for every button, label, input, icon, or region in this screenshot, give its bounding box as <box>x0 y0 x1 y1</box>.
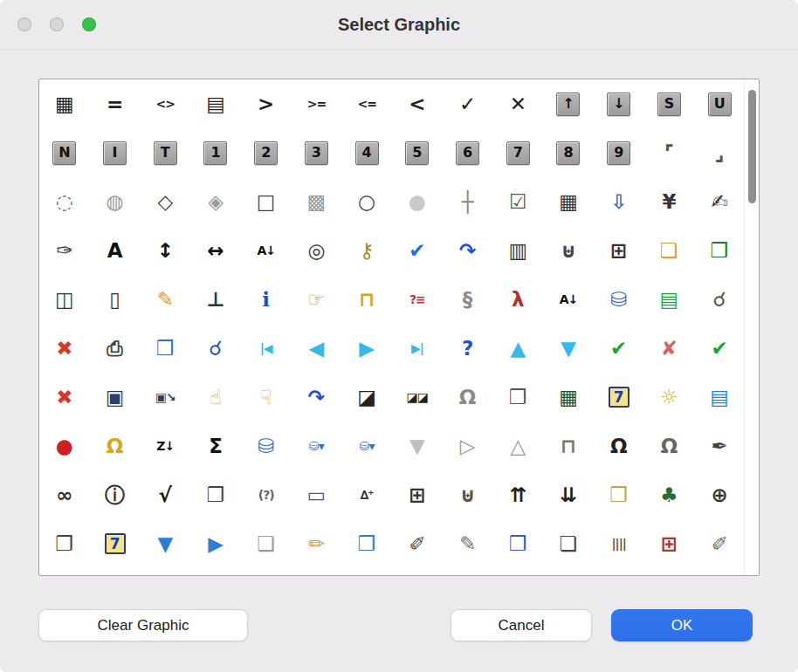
question-icon[interactable]: ? <box>443 324 493 373</box>
hand-icon[interactable]: ☞ <box>292 275 342 324</box>
circle-outline-icon[interactable]: ○ <box>341 177 392 226</box>
download-icon[interactable]: ⇩ <box>594 177 644 226</box>
partial-icon-7[interactable]: ▭ <box>341 568 392 575</box>
square-outline-icon[interactable]: □ <box>241 177 292 226</box>
red-ball-icon[interactable]: ● <box>39 422 90 470</box>
redo-arrow-icon[interactable]: ↷ <box>443 226 493 275</box>
blue-list-icon[interactable]: ▤ <box>694 373 745 422</box>
number-6-icon[interactable]: 6 <box>443 128 493 177</box>
folder-icon[interactable]: ❒ <box>594 470 644 519</box>
diamond-outline-icon[interactable]: ◇ <box>140 177 190 226</box>
calendar7-yellow-icon[interactable]: 7 <box>90 519 141 568</box>
pen-scroll-icon[interactable]: ✎ <box>443 519 493 568</box>
partial-icon-5[interactable]: ▬ <box>241 568 292 575</box>
dotted-circle-icon[interactable]: ◍ <box>90 177 141 226</box>
scrollbar-track[interactable] <box>744 79 759 575</box>
corner-bottomright-icon[interactable]: ⌟ <box>694 128 745 177</box>
partial-icon-3[interactable]: ◀ <box>140 568 190 575</box>
style-u-icon[interactable]: U <box>694 79 745 128</box>
blue-check-icon[interactable]: ✔ <box>392 226 443 275</box>
new-window-icon[interactable]: ❒ <box>341 519 392 568</box>
multiply-icon[interactable]: ✕ <box>492 79 543 128</box>
chart-window-icon[interactable]: ▦ <box>543 373 594 422</box>
clear-graphic-button[interactable]: Clear Graphic <box>38 609 248 641</box>
number-9-icon[interactable]: 9 <box>594 128 644 177</box>
font-a-icon[interactable]: A <box>90 226 141 275</box>
add-box-icon[interactable]: ⊞ <box>594 226 644 275</box>
greater-than-icon[interactable]: > <box>241 79 292 128</box>
help-list-icon[interactable]: ?≡ <box>392 275 443 324</box>
partial-icon-11[interactable]: ⚑ <box>543 568 594 575</box>
open-lock-icon[interactable]: ⊓ <box>543 422 594 470</box>
sticky-note-icon[interactable]: ❏ <box>644 226 695 275</box>
shield-icon[interactable]: ⊕ <box>694 470 745 519</box>
trash-icon[interactable]: ⊎ <box>543 226 594 275</box>
partial-icon-10[interactable]: ▤ <box>492 568 543 575</box>
copy-icon[interactable]: ❐ <box>140 324 190 373</box>
number-3-icon[interactable]: 3 <box>292 128 342 177</box>
partial-icon-4[interactable]: ◀ <box>190 568 241 575</box>
grey-right-triangle-icon[interactable]: ▷ <box>443 422 493 470</box>
pen-sparkle-icon[interactable]: ✐ <box>392 519 443 568</box>
magnifier-icon[interactable]: ☌ <box>190 324 241 373</box>
circle-question-icon[interactable]: (?) <box>241 470 292 519</box>
equals-icon[interactable]: = <box>90 79 141 128</box>
doc-search-icon[interactable]: ☌ <box>694 275 745 324</box>
database-menu-icon[interactable]: ⛁▾ <box>292 422 342 470</box>
partial-icon-8[interactable]: ≡ <box>392 568 443 575</box>
scroll-icon[interactable]: § <box>443 275 493 324</box>
style-t-icon[interactable]: T <box>140 128 190 177</box>
style-i-icon[interactable]: I <box>90 128 141 177</box>
wand-pen-icon[interactable]: ✐ <box>694 519 745 568</box>
save-icon[interactable]: ▣ <box>90 373 141 422</box>
number-8-icon[interactable]: 8 <box>543 128 594 177</box>
green-list-icon[interactable]: ▤ <box>644 275 695 324</box>
redo-blue-icon[interactable]: ↷ <box>292 373 342 422</box>
ink-pen-icon[interactable]: ✒ <box>694 422 745 470</box>
number-4-icon[interactable]: 4 <box>341 128 392 177</box>
database-blue-icon[interactable]: ⛁ <box>241 422 292 470</box>
printer-icon[interactable]: ⎙ <box>90 324 141 373</box>
sum-icon[interactable]: Σ <box>190 422 241 470</box>
tree-icon[interactable]: ♣ <box>644 470 695 519</box>
database-icon[interactable]: ⛁ <box>594 275 644 324</box>
key-icon[interactable]: ⚷ <box>341 226 392 275</box>
partial-icon-13[interactable]: ⊞ <box>644 568 695 575</box>
target-icon[interactable]: ◎ <box>292 226 342 275</box>
up-arrow-boxed-icon[interactable]: ↑ <box>543 79 594 128</box>
yellow-lock-icon[interactable]: Ω <box>90 422 141 470</box>
double-down-icon[interactable]: ⇊ <box>543 470 594 519</box>
corner-topleft-icon[interactable]: ⌜ <box>644 128 695 177</box>
journal-grid-icon[interactable]: ▦ <box>39 79 90 128</box>
door-icon[interactable]: ▯ <box>90 275 141 324</box>
book-pen-icon[interactable]: ❒ <box>492 519 543 568</box>
last-record-icon[interactable]: ▶| <box>392 324 443 373</box>
runner-icon[interactable]: λ <box>492 275 543 324</box>
cancel-button[interactable]: Cancel <box>451 609 592 641</box>
cabinet-list-icon[interactable]: ▥ <box>492 226 543 275</box>
sort-za-icon[interactable]: Z↓ <box>140 422 190 470</box>
red-x2-icon[interactable]: ✖ <box>39 373 90 422</box>
horizontal-arrows-icon[interactable]: ↔ <box>190 226 241 275</box>
thumbs-up-icon[interactable]: ☝ <box>190 373 241 422</box>
next-record-icon[interactable]: ▶ <box>341 324 392 373</box>
green-check-icon[interactable]: ✔ <box>594 324 644 373</box>
down-triangle-icon[interactable]: ▼ <box>543 324 594 373</box>
style-n-icon[interactable]: N <box>39 128 90 177</box>
check-icon[interactable]: ✓ <box>443 79 493 128</box>
orange-pencil-icon[interactable]: ✏ <box>292 519 342 568</box>
grey-up-triangle-icon[interactable]: △ <box>492 422 543 470</box>
dashed-circle-icon[interactable]: ◌ <box>39 177 90 226</box>
grey-lock-icon[interactable]: Ω <box>443 373 493 422</box>
partial-icon-6[interactable]: ✏ <box>292 568 342 575</box>
pen-tool-icon[interactable]: ✑ <box>39 226 90 275</box>
less-equal-icon[interactable]: <= <box>341 79 392 128</box>
striped-trash-icon[interactable]: ⊎ <box>443 470 493 519</box>
checkbox-checked-icon[interactable]: ☑ <box>492 177 543 226</box>
scrollbar-thumb[interactable] <box>748 90 756 203</box>
add-shape-icon[interactable]: ∆⁺ <box>341 470 392 519</box>
database-menu2-icon[interactable]: ⛁▾ <box>341 422 392 470</box>
mesh-lock-icon[interactable]: Ω <box>644 422 695 470</box>
grey-down-triangle-icon[interactable]: ▼ <box>392 422 443 470</box>
blue-right-triangle-icon[interactable]: ▶ <box>190 519 241 568</box>
